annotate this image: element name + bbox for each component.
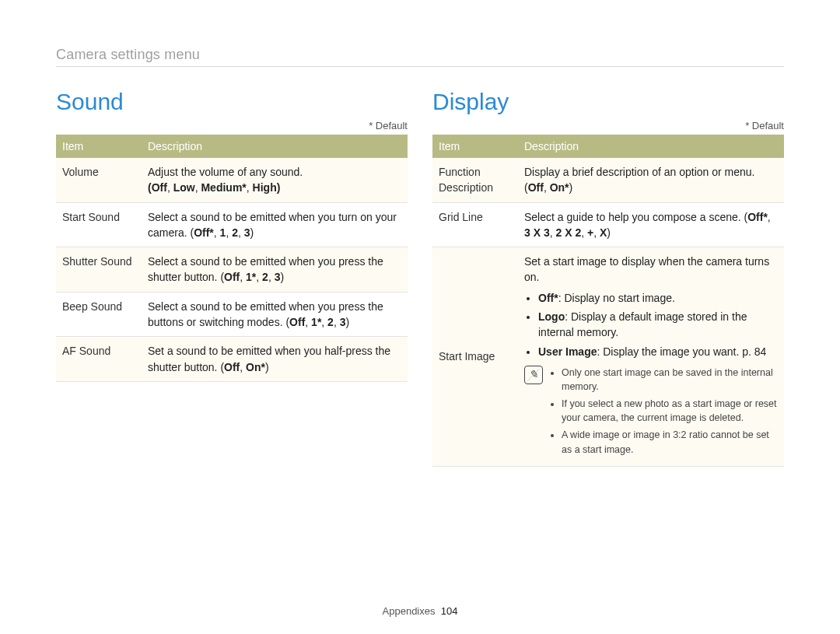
- header-item: Item: [432, 135, 518, 158]
- options: (Off, Low, Medium*, High): [148, 181, 280, 194]
- table-row: Beep Sound Select a sound to be emitted …: [56, 292, 408, 337]
- list-item: If you select a new photo as a start ima…: [562, 397, 778, 425]
- table-row: AF Sound Set a sound to be emitted when …: [56, 337, 408, 382]
- table-row: Start Image Set a start image to display…: [432, 247, 784, 467]
- sound-column: Sound * Default Item Description Volume …: [56, 89, 408, 467]
- options: Off, 1*, 2, 3: [289, 316, 345, 328]
- display-table: Item Description Function Description Di…: [432, 135, 784, 467]
- item-cell: Beep Sound: [56, 292, 142, 337]
- note-list: Only one start image can be saved in the…: [549, 366, 778, 460]
- desc-text: Set a start image to display when the ca…: [524, 255, 769, 283]
- table-row: Function Description Display a brief des…: [432, 158, 784, 202]
- header-description: Description: [518, 135, 784, 158]
- sound-table: Item Description Volume Adjust the volum…: [56, 135, 408, 382]
- desc-cell: Select a sound to be emitted when you tu…: [142, 202, 408, 247]
- sound-heading: Sound: [56, 89, 408, 115]
- footer-label: Appendixes: [383, 605, 436, 617]
- page-number: 104: [441, 605, 458, 617]
- list-item: Off*: Display no start image.: [538, 290, 778, 306]
- options: Off, 1*, 2, 3: [224, 271, 280, 283]
- note-box: ✎ Only one start image can be saved in t…: [524, 366, 778, 460]
- start-image-bullets: Off*: Display no start image. Logo: Disp…: [524, 290, 778, 359]
- options: Off, On*: [528, 181, 569, 194]
- page-footer: Appendixes 104: [0, 605, 840, 617]
- desc-text: Adjust the volume of any sound.: [148, 166, 303, 178]
- table-row: Grid Line Select a guide to help you com…: [432, 202, 784, 247]
- desc-cell: Select a guide to help you compose a sce…: [518, 202, 784, 247]
- item-cell: Function Description: [432, 158, 518, 202]
- header-description: Description: [142, 135, 408, 158]
- desc-cell: Select a sound to be emitted when you pr…: [142, 247, 408, 292]
- options: Off*, 1, 2, 3: [194, 226, 250, 239]
- desc-cell: Adjust the volume of any sound. (Off, Lo…: [142, 158, 408, 202]
- list-item: Only one start image can be saved in the…: [562, 366, 778, 394]
- list-item: User Image: Display the image you want. …: [538, 344, 778, 359]
- list-item: A wide image or image in 3:2 ratio canno…: [562, 428, 778, 456]
- item-cell: Shutter Sound: [56, 247, 142, 292]
- item-cell: AF Sound: [56, 337, 142, 382]
- default-note-right: * Default: [432, 120, 784, 131]
- display-column: Display * Default Item Description Funct…: [432, 89, 784, 467]
- desc-cell: Select a sound to be emitted when you pr…: [142, 292, 408, 337]
- item-cell: Start Image: [432, 247, 518, 467]
- display-heading: Display: [432, 89, 784, 115]
- item-cell: Start Sound: [56, 202, 142, 247]
- desc-text: Set a sound to be emitted when you half-…: [148, 345, 390, 373]
- desc-cell: Set a start image to display when the ca…: [518, 247, 784, 467]
- desc-cell: Display a brief description of an option…: [518, 158, 784, 202]
- table-row: Volume Adjust the volume of any sound. (…: [56, 158, 408, 202]
- item-cell: Volume: [56, 158, 142, 202]
- note-icon: ✎: [524, 366, 543, 384]
- desc-text: Select a sound to be emitted when you tu…: [148, 211, 397, 239]
- table-row: Shutter Sound Select a sound to be emitt…: [56, 247, 408, 292]
- section-label: Camera settings menu: [56, 47, 784, 67]
- desc-text: Select a guide to help you compose a sce…: [524, 211, 747, 223]
- desc-cell: Set a sound to be emitted when you half-…: [142, 337, 408, 382]
- default-note-left: * Default: [56, 120, 408, 131]
- options: Off, On*: [224, 361, 265, 373]
- content-columns: Sound * Default Item Description Volume …: [56, 89, 784, 467]
- table-row: Start Sound Select a sound to be emitted…: [56, 202, 408, 247]
- header-item: Item: [56, 135, 142, 158]
- list-item: Logo: Display a default image stored in …: [538, 309, 778, 341]
- item-cell: Grid Line: [432, 202, 518, 247]
